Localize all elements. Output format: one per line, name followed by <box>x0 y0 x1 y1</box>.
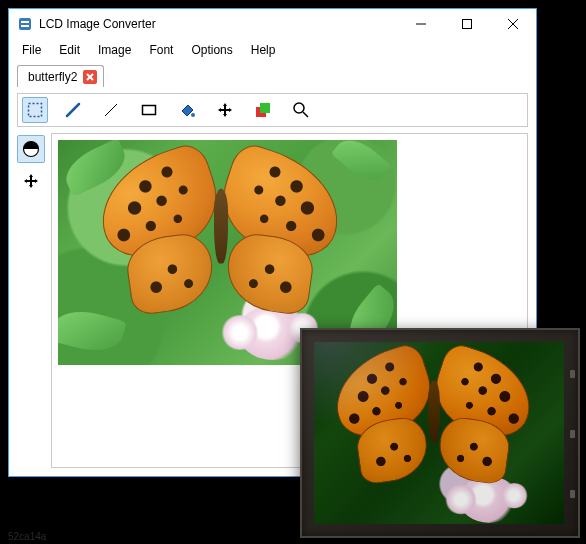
app-icon <box>17 16 33 32</box>
fill-tool[interactable] <box>174 97 200 123</box>
tab-butterfly2[interactable]: butterfly2 <box>17 65 104 87</box>
svg-rect-12 <box>143 106 156 115</box>
svg-point-16 <box>294 103 304 113</box>
menu-font[interactable]: Font <box>140 40 182 60</box>
butterfly-subject <box>86 154 356 334</box>
rectangle-tool[interactable] <box>136 97 162 123</box>
window-controls <box>398 9 536 39</box>
svg-line-10 <box>67 104 79 116</box>
tab-bar: butterfly2 <box>9 61 536 87</box>
side-toolbar <box>17 133 47 468</box>
lcd-screen <box>314 342 564 524</box>
lcd-hardware-photo <box>300 328 580 538</box>
svg-point-13 <box>191 113 195 117</box>
svg-line-17 <box>303 112 308 117</box>
menu-options[interactable]: Options <box>182 40 241 60</box>
tab-label: butterfly2 <box>28 70 77 84</box>
svg-rect-15 <box>260 103 270 113</box>
menu-image[interactable]: Image <box>89 40 140 60</box>
zoom-tool[interactable] <box>288 97 314 123</box>
line-tool[interactable] <box>98 97 124 123</box>
svg-rect-4 <box>463 20 472 29</box>
menu-edit[interactable]: Edit <box>50 40 89 60</box>
minimize-button[interactable] <box>398 9 444 39</box>
lcd-connector-slot <box>570 430 575 438</box>
move-tool[interactable] <box>212 97 238 123</box>
window-title: LCD Image Converter <box>39 17 398 31</box>
color-swap-tool[interactable] <box>250 97 276 123</box>
svg-rect-2 <box>21 25 29 27</box>
pan-tool[interactable] <box>17 167 45 195</box>
lcd-connector-slot <box>570 490 575 498</box>
tab-close-icon[interactable] <box>83 70 97 84</box>
menu-help[interactable]: Help <box>242 40 285 60</box>
svg-line-11 <box>105 104 117 116</box>
status-code: 52ca14a <box>8 531 46 542</box>
select-rect-tool[interactable] <box>22 97 48 123</box>
toolbar <box>17 93 528 127</box>
menu-file[interactable]: File <box>13 40 50 60</box>
svg-rect-0 <box>19 18 31 30</box>
titlebar[interactable]: LCD Image Converter <box>9 9 536 39</box>
maximize-button[interactable] <box>444 9 490 39</box>
color-indicator[interactable] <box>17 135 45 163</box>
menubar: File Edit Image Font Options Help <box>9 39 536 61</box>
pencil-tool[interactable] <box>60 97 86 123</box>
close-button[interactable] <box>490 9 536 39</box>
lcd-connector-slot <box>570 370 575 378</box>
svg-rect-9 <box>29 104 42 117</box>
svg-rect-1 <box>21 21 29 23</box>
